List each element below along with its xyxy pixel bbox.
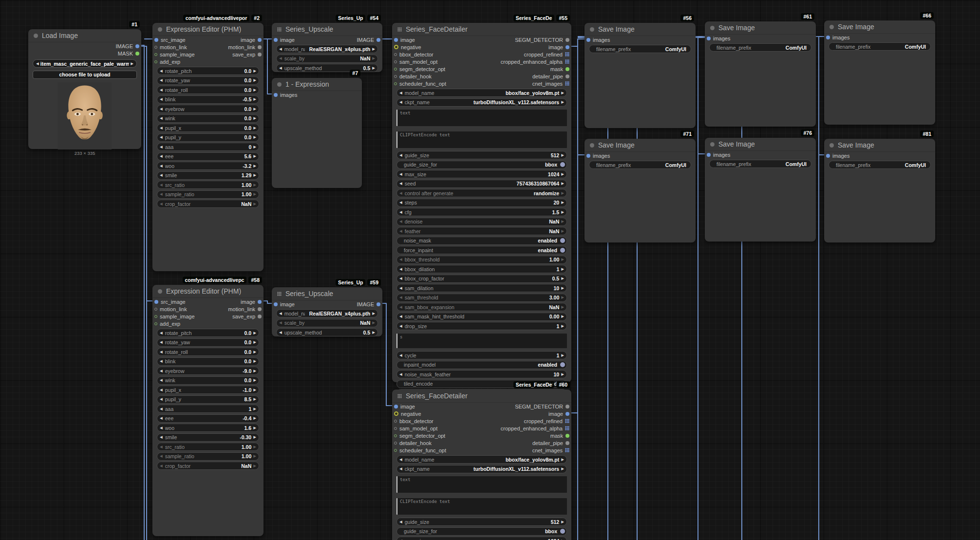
number-widget-wink[interactable]: ◀wink0.0▶ — [157, 376, 259, 385]
toggle-knob-icon[interactable] — [560, 529, 565, 534]
prompt-textarea[interactable]: s — [396, 334, 567, 348]
number-widget-rotate_roll[interactable]: ◀rotate_roll0.0▶ — [157, 86, 259, 94]
number-widget-sample_ratio[interactable]: ◀sample_ratio1.00▶ — [157, 452, 259, 461]
output-save_exp-dot[interactable] — [258, 315, 262, 318]
number-widget-eee[interactable]: ◀eee-0.4▶ — [157, 414, 259, 423]
number-widget-sam_bbox_expansion[interactable]: ◀sam_bbox_expansionNaN▶ — [396, 303, 567, 311]
decrement-arrow[interactable]: ◀ — [160, 135, 163, 139]
input-sample_image-dot[interactable] — [154, 315, 157, 318]
decrement-arrow[interactable]: ◀ — [399, 258, 402, 261]
input-negative-dot[interactable] — [394, 411, 398, 416]
node-title-bar[interactable]: Series_FaceDetailer — [392, 390, 571, 403]
text-widget-filename_prefix[interactable]: filename_prefixComfyUI — [709, 160, 811, 168]
increment-arrow[interactable]: ▶ — [253, 435, 256, 439]
decrement-arrow[interactable]: ◀ — [160, 464, 163, 468]
decrement-arrow[interactable]: ◀ — [399, 305, 402, 309]
output-motion_link-dot[interactable] — [258, 45, 262, 49]
number-widget-bbox_threshold[interactable]: ◀bbox_threshold1.00▶ — [396, 256, 567, 264]
decrement-arrow[interactable]: ◀ — [160, 350, 163, 354]
number-widget-steps[interactable]: ◀steps20▶ — [396, 199, 567, 207]
increment-arrow[interactable]: ▶ — [561, 277, 564, 280]
number-widget-wink[interactable]: ◀wink0.0▶ — [157, 114, 259, 123]
node-title-bar[interactable]: Series_Upscale — [272, 23, 382, 36]
number-widget-pupil_y[interactable]: ◀pupil_y8.5▶ — [157, 395, 259, 404]
increment-arrow[interactable]: ▶ — [253, 145, 256, 149]
prompt-textarea[interactable]: text — [396, 476, 567, 493]
decrement-arrow[interactable]: ◀ — [160, 69, 163, 73]
decrement-arrow[interactable]: ◀ — [160, 369, 163, 373]
prev-file-arrow[interactable]: ◀ — [36, 62, 39, 66]
increment-arrow[interactable]: ▶ — [253, 359, 256, 363]
output-mask-dot[interactable] — [565, 67, 569, 71]
increment-arrow[interactable]: ▶ — [561, 458, 564, 462]
decrement-arrow[interactable]: ◀ — [399, 315, 402, 318]
number-widget-sam_mask_hint_threshold[interactable]: ◀sam_mask_hint_threshold0.00▶ — [396, 313, 567, 321]
output-cropped_refined-dot[interactable] — [565, 52, 569, 56]
decrement-arrow[interactable]: ◀ — [160, 416, 163, 420]
decrement-arrow[interactable]: ◀ — [399, 277, 402, 280]
number-widget-pupil_y[interactable]: ◀pupil_y0.0▶ — [157, 133, 259, 142]
node-grid-icon[interactable] — [397, 27, 402, 32]
decrement-arrow[interactable]: ◀ — [160, 145, 163, 149]
number-widget-max_size[interactable]: ◀max_size1024▶ — [396, 537, 567, 540]
decrement-arrow[interactable]: ◀ — [160, 183, 163, 187]
increment-arrow[interactable]: ▶ — [253, 173, 256, 177]
increment-arrow[interactable]: ▶ — [253, 416, 256, 420]
node-title-bar[interactable]: Save Image — [824, 139, 935, 152]
node-save-image-71[interactable]: #71Save Imageimagesfilename_prefixComfyU… — [584, 139, 696, 242]
node-grid-icon[interactable] — [397, 394, 402, 398]
input-add_exp-dot[interactable] — [154, 322, 157, 325]
decrement-arrow[interactable]: ◀ — [399, 182, 402, 186]
node-title-bar[interactable]: Save Image — [584, 139, 696, 152]
decrement-arrow[interactable]: ◀ — [160, 378, 163, 382]
decrement-arrow[interactable]: ◀ — [399, 210, 402, 214]
input-negative-dot[interactable] — [394, 45, 398, 49]
increment-arrow[interactable]: ▶ — [561, 220, 564, 223]
input-src_image-dot[interactable] — [154, 38, 158, 42]
increment-arrow[interactable]: ▶ — [253, 445, 256, 449]
increment-arrow[interactable]: ▶ — [253, 126, 256, 130]
decrement-arrow[interactable]: ◀ — [399, 458, 402, 462]
input-images-dot[interactable] — [826, 154, 830, 158]
decrement-arrow[interactable]: ◀ — [160, 78, 163, 82]
number-widget-woo[interactable]: ◀woo1.6▶ — [157, 424, 259, 432]
node-title-bar[interactable]: Save Image — [584, 23, 696, 36]
increment-arrow[interactable]: ▶ — [561, 315, 564, 318]
decrement-arrow[interactable]: ◀ — [399, 153, 402, 157]
number-widget-rotate_yaw[interactable]: ◀rotate_yaw0.0▶ — [157, 76, 259, 85]
number-widget-bbox_dilation[interactable]: ◀bbox_dilation1▶ — [396, 265, 567, 273]
decrement-arrow[interactable]: ◀ — [160, 331, 163, 335]
increment-arrow[interactable]: ▶ — [253, 426, 256, 430]
increment-arrow[interactable]: ▶ — [253, 378, 256, 382]
number-widget-noise_mask_feather[interactable]: ◀noise_mask_feather10▶ — [396, 370, 567, 378]
node-save-image-56[interactable]: #56Save Imageimagesfilename_prefixComfyU… — [584, 23, 696, 128]
node-title-bar[interactable]: Save Image — [824, 20, 935, 34]
collapse-dot-icon[interactable] — [710, 26, 715, 30]
prompt-textarea[interactable]: text — [396, 110, 567, 126]
increment-arrow[interactable]: ▶ — [561, 296, 564, 299]
increment-arrow[interactable]: ▶ — [253, 183, 256, 187]
decrement-arrow[interactable]: ◀ — [160, 107, 163, 111]
increment-arrow[interactable]: ▶ — [253, 97, 256, 101]
decrement-arrow[interactable]: ◀ — [279, 331, 282, 335]
increment-arrow[interactable]: ▶ — [561, 267, 564, 271]
input-bbox_detector-dot[interactable] — [394, 53, 397, 56]
collapse-dot-icon[interactable] — [829, 25, 834, 29]
number-widget-eyebrow[interactable]: ◀eyebrow0.0▶ — [157, 105, 259, 113]
prompt-textarea[interactable]: CLIPTextEncode text — [396, 131, 567, 148]
collapse-dot-icon[interactable] — [590, 27, 594, 32]
number-widget-sam_dilation[interactable]: ◀sam_dilation10▶ — [396, 284, 567, 292]
combo-widget-model_name[interactable]: ◀model_namebbox/face_yolov8m.pt▶ — [396, 455, 567, 464]
choose-file-button[interactable]: choose file to upload — [33, 71, 137, 79]
decrement-arrow[interactable]: ◀ — [399, 267, 402, 271]
collapse-dot-icon[interactable] — [590, 143, 594, 148]
increment-arrow[interactable]: ▶ — [253, 454, 256, 458]
input-image-dot[interactable] — [274, 38, 278, 42]
number-widget-smile[interactable]: ◀smile-0.30▶ — [157, 433, 259, 442]
decrement-arrow[interactable]: ◀ — [160, 173, 163, 177]
number-widget-guide_size[interactable]: ◀guide_size512▶ — [396, 151, 567, 159]
decrement-arrow[interactable]: ◀ — [160, 202, 163, 206]
input-detailer_hook-dot[interactable] — [394, 75, 397, 78]
decrement-arrow[interactable]: ◀ — [160, 397, 163, 401]
decrement-arrow[interactable]: ◀ — [399, 354, 402, 357]
